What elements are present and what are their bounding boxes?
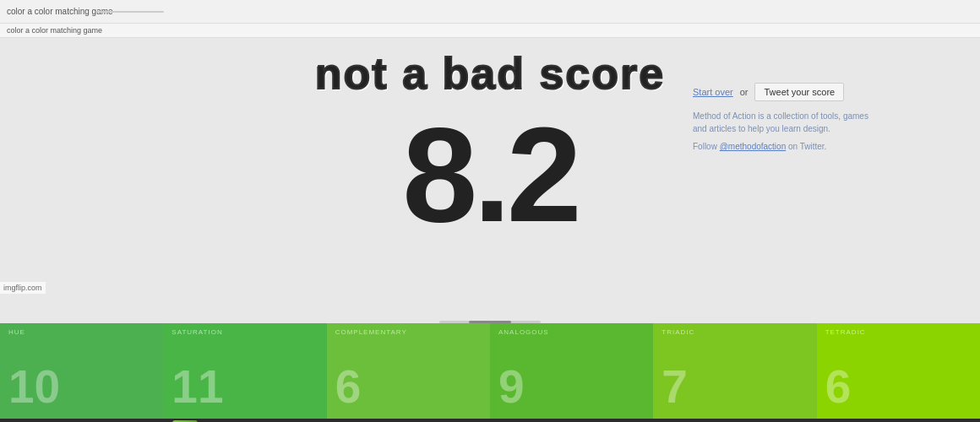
color-block-4[interactable]: ANALOGOUS9 — [490, 323, 653, 419]
color-block-1[interactable]: HUE10 — [0, 323, 163, 419]
taskbar: 🦦 — [0, 419, 980, 422]
score-headline: not a bad score — [315, 48, 665, 99]
start-over-link[interactable]: Start over — [693, 87, 733, 97]
block-score-2: 11 — [172, 364, 318, 410]
block-score-6: 6 — [825, 364, 972, 410]
watermark: imgflip.com — [0, 282, 46, 294]
color-block-2[interactable]: SATURATION11 — [163, 323, 326, 419]
color-blocks-row: HUE10SATURATION11COMPLEMENTARY6ANALOGOUS… — [0, 323, 980, 419]
follow-line: Follow @methodofaction on Twitter. — [693, 140, 879, 153]
method-text: Method of Action is a collection of tool… — [693, 110, 879, 135]
block-label-4: ANALOGOUS — [498, 328, 549, 336]
block-label-3: COMPLEMENTARY — [335, 328, 407, 336]
browser-tab-bar: color a color matching game — [0, 0, 980, 24]
follow-link[interactable]: @methodofaction — [720, 142, 787, 151]
follow-text: Follow — [693, 142, 720, 151]
color-block-5[interactable]: TRIADIC7 — [653, 323, 816, 419]
block-label-1: HUE — [8, 328, 25, 336]
game-header: color a color matching game — [0, 24, 980, 38]
tweet-score-button[interactable]: Tweet your score — [754, 83, 844, 101]
block-score-1: 10 — [8, 364, 155, 410]
method-description: Method of Action is a collection of tool… — [693, 110, 879, 153]
actions-row: Start over or Tweet your score — [693, 83, 879, 101]
block-label-6: TETRADIC — [825, 328, 866, 336]
or-text: or — [740, 87, 749, 97]
game-header-text: color a color matching game — [7, 26, 102, 35]
color-block-6[interactable]: TETRADIC6 — [817, 323, 980, 419]
main-score: 8.2 — [402, 107, 577, 242]
block-score-5: 7 — [662, 364, 808, 410]
actions-panel: Start over or Tweet your score Method of… — [693, 83, 879, 153]
block-score-4: 9 — [498, 364, 645, 410]
game-area: color a color matching game not a bad sc… — [0, 24, 980, 323]
block-label-5: TRIADIC — [662, 328, 694, 336]
block-label-2: SATURATION — [172, 328, 222, 336]
color-block-3[interactable]: COMPLEMENTARY6 — [327, 323, 490, 419]
follow-suffix: on Twitter. — [786, 142, 826, 151]
block-score-3: 6 — [335, 364, 482, 410]
